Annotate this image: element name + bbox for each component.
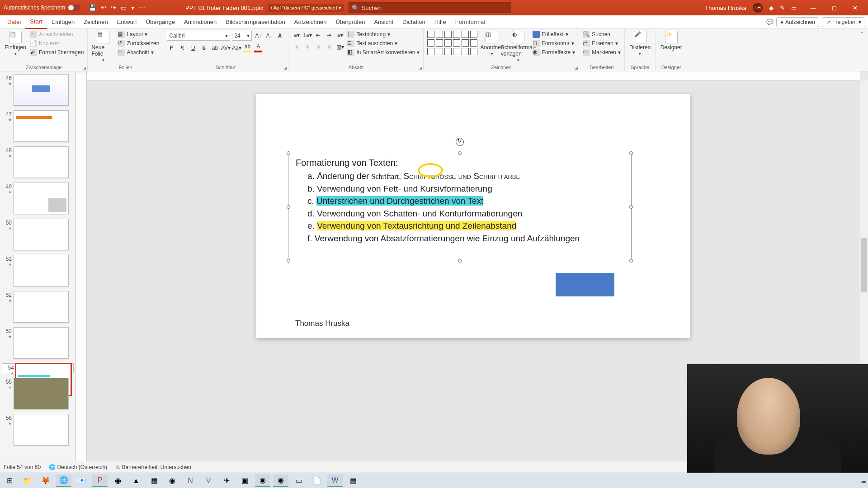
blue-rectangle-shape[interactable]: [556, 273, 614, 296]
word-icon[interactable]: W: [327, 474, 343, 487]
fontcolor-button[interactable]: A: [254, 43, 263, 52]
collapse-ribbon-icon[interactable]: ⌃: [856, 29, 868, 71]
user-name[interactable]: Thomas Hruska: [705, 5, 746, 11]
slide-footer[interactable]: Thomas Hruska: [295, 319, 349, 328]
font-name-select[interactable]: Calibri▾: [167, 31, 230, 41]
user-avatar[interactable]: TH: [753, 3, 763, 13]
font-size-select[interactable]: 24▾: [232, 31, 252, 41]
format-painter-button[interactable]: 🖌Format übertragen: [30, 49, 84, 56]
resize-handle[interactable]: [629, 259, 633, 263]
strike-button[interactable]: S̶: [199, 43, 208, 52]
highlight-button[interactable]: ab: [243, 43, 252, 52]
thumb-50[interactable]: 50★: [2, 219, 74, 250]
thumb-49[interactable]: 49★: [2, 183, 74, 214]
spacing-button[interactable]: AV▾: [221, 43, 230, 52]
shapeeffects-button[interactable]: ◉Formeffekte ▾: [533, 49, 575, 56]
thumb-56[interactable]: 56★: [2, 414, 74, 446]
share-button[interactable]: ↗ Freigeben ▾: [822, 17, 865, 27]
firefox-icon[interactable]: 🦊: [38, 474, 53, 487]
section-button[interactable]: ▭Abschnitt ▾: [118, 49, 159, 56]
paste-button[interactable]: 📋Einfügen▾: [4, 31, 27, 56]
layout-button[interactable]: ▤Layout ▾: [118, 31, 159, 38]
bullets-button[interactable]: ≡▾: [292, 31, 301, 40]
item-c[interactable]: c. Unterstrichen und Durchgestrichen von…: [296, 195, 624, 207]
tab-file[interactable]: Datei: [3, 15, 25, 29]
resize-handle[interactable]: [629, 151, 633, 155]
thumb-53[interactable]: 53★: [2, 327, 74, 359]
bold-button[interactable]: F: [167, 43, 176, 52]
tab-record[interactable]: Aufzeichnen: [290, 15, 331, 29]
slide-counter[interactable]: Folie 54 von 60: [4, 464, 41, 470]
tab-transitions[interactable]: Übergänge: [142, 15, 179, 29]
resize-handle[interactable]: [458, 151, 462, 155]
tab-design[interactable]: Entwurf: [113, 15, 142, 29]
minimize-button[interactable]: —: [803, 0, 824, 15]
resize-handle[interactable]: [458, 259, 462, 263]
app-icon[interactable]: V: [201, 474, 216, 487]
app-icon[interactable]: ◉: [110, 474, 126, 487]
tab-view[interactable]: Ansicht: [369, 15, 398, 29]
tab-help[interactable]: Hilfe: [430, 15, 451, 29]
thumb-46[interactable]: 46★: [2, 74, 74, 106]
pen-icon[interactable]: ✎: [780, 5, 785, 11]
tab-draw[interactable]: Zeichnen: [79, 15, 112, 29]
align-right-button[interactable]: ≡: [314, 42, 323, 52]
explorer-icon[interactable]: 📁: [20, 474, 35, 487]
telegram-icon[interactable]: ✈: [219, 474, 234, 487]
item-b[interactable]: b. Verwendung von Fett- und Kursivformat…: [296, 183, 624, 195]
thumb-51[interactable]: 51★: [2, 255, 74, 286]
shapefill-button[interactable]: Fülleffekt ▾: [533, 31, 575, 38]
saved-location[interactable]: • Auf "diesem PC" gespeichert ▾: [268, 4, 344, 12]
quickstyles-button[interactable]: ◐Schnellformat-vorlagen▾: [506, 31, 530, 62]
columns-button[interactable]: ▥▾: [335, 42, 344, 52]
align-justify-button[interactable]: ≡: [325, 42, 334, 52]
redo-icon[interactable]: ↷: [111, 4, 116, 11]
tab-animations[interactable]: Animationen: [179, 15, 221, 29]
app-icon[interactable]: ◉: [165, 474, 180, 487]
case-button[interactable]: Aa▾: [232, 43, 241, 52]
save-icon[interactable]: 💾: [89, 4, 96, 11]
vlc-icon[interactable]: ▲: [128, 474, 144, 487]
grow-font-icon[interactable]: A↑: [254, 31, 263, 40]
clear-format-icon[interactable]: A̸: [275, 31, 284, 40]
launcher-icon[interactable]: ◢: [284, 66, 287, 70]
thumb-55[interactable]: 55★: [2, 378, 74, 409]
app-icon[interactable]: 📄: [309, 474, 325, 487]
shrink-font-icon[interactable]: A↓: [264, 31, 274, 40]
tab-review[interactable]: Überprüfen: [331, 15, 369, 29]
shapes-gallery[interactable]: [427, 31, 477, 55]
start-button[interactable]: ⊞: [2, 474, 17, 487]
reset-button[interactable]: ↺Zurücksetzen: [118, 40, 159, 47]
italic-button[interactable]: K: [178, 43, 187, 52]
thumb-54[interactable]: 54★: [2, 363, 74, 373]
ribbon-options-icon[interactable]: ▭: [791, 5, 797, 11]
resize-handle[interactable]: [287, 205, 290, 209]
shadow-button[interactable]: ab: [210, 43, 219, 52]
tab-shapeformat[interactable]: Formformat: [451, 15, 490, 29]
indent-dec-button[interactable]: ⇤: [314, 31, 323, 40]
system-tray[interactable]: ☁: [861, 478, 866, 484]
thumb-47[interactable]: 47★: [2, 110, 74, 142]
resize-handle[interactable]: [287, 151, 290, 155]
tab-dictation[interactable]: Dictation: [398, 15, 430, 29]
powerpoint-icon[interactable]: P: [92, 474, 108, 487]
search-input[interactable]: [362, 5, 508, 11]
replace-button[interactable]: ⇄Ersetzen ▾: [583, 40, 620, 47]
autosave-toggle[interactable]: Automatisches Speichern: [4, 5, 80, 11]
tab-start[interactable]: Start: [25, 15, 47, 29]
obs-icon[interactable]: ◉: [255, 474, 270, 487]
content-textbox[interactable]: Formatierung von Texten: a. Änderung der…: [288, 153, 632, 261]
accessibility-status[interactable]: ⚠ Barrierefreiheit: Untersuchen: [115, 464, 191, 470]
item-d[interactable]: d. Verwendung von Schatten- und Konturfo…: [296, 207, 624, 220]
dictate-button[interactable]: 🎤Diktieren▾: [628, 31, 652, 56]
numbering-button[interactable]: 1≡▾: [303, 31, 312, 40]
smartart-button[interactable]: ◧In SmartArt konvertieren ▾: [347, 49, 420, 56]
slideshow-icon[interactable]: ▭: [121, 4, 127, 11]
slide[interactable]: Formatierung von Texten: a. Änderung der…: [256, 94, 690, 338]
comments-icon[interactable]: 💬: [766, 19, 774, 25]
align-center-button[interactable]: ≡: [303, 42, 312, 52]
app-icon[interactable]: ▦: [146, 474, 162, 487]
chrome-icon[interactable]: 🌐: [56, 474, 71, 487]
item-e[interactable]: e. Verwendung von Textausrichtung und Ze…: [296, 220, 624, 232]
shapeoutline-button[interactable]: ◻Formkontur ▾: [533, 40, 575, 47]
